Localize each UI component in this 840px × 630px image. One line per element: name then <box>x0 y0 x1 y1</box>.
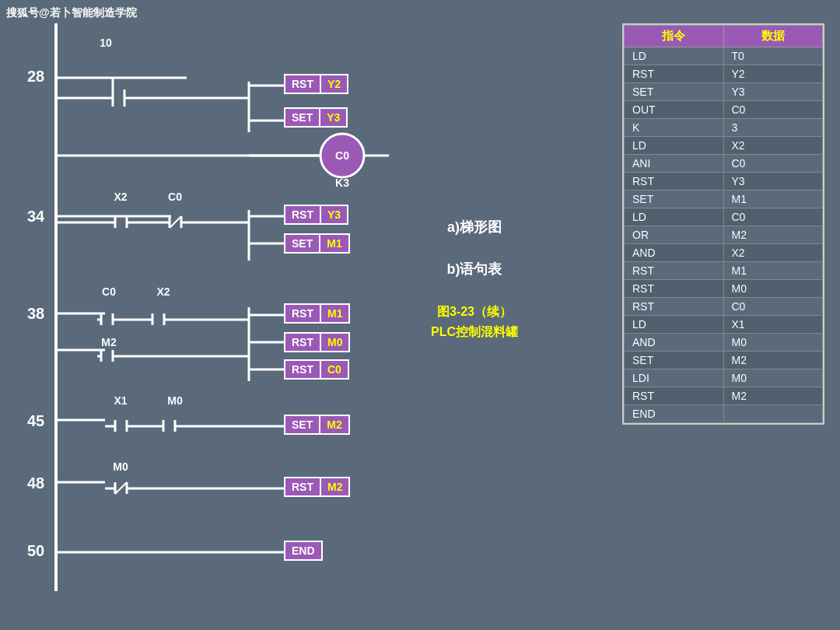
table-cell-instruction: RST <box>625 262 724 280</box>
instr-cmd: RST <box>285 75 320 93</box>
table-row: RSTY3 <box>625 173 823 191</box>
instr-cmd: END <box>285 542 321 559</box>
table-row: OUTC0 <box>625 101 823 119</box>
watermark: 搜狐号@若卜智能制造学院 <box>6 6 137 20</box>
table-row: SETM2 <box>625 352 823 369</box>
table-cell-instruction: K <box>625 119 724 137</box>
table-cell-instruction: RST <box>625 387 724 405</box>
table-cell-instruction: LDI <box>625 369 724 387</box>
svg-text:45: 45 <box>27 412 44 429</box>
table-cell-data: M0 <box>723 280 823 298</box>
table-row: LDX2 <box>625 137 823 155</box>
table-cell-data: C0 <box>723 208 823 226</box>
instr-data: C0 <box>320 361 348 378</box>
instr-cmd: RST <box>285 361 320 378</box>
instr-data: M2 <box>320 478 348 495</box>
table-row: SETM1 <box>625 191 823 208</box>
instr-rst-m2: RST M2 <box>284 477 350 497</box>
table-row: RSTM2 <box>625 387 823 405</box>
table-row: RSTC0 <box>625 298 823 316</box>
table-cell-instruction: AND <box>625 334 724 352</box>
svg-text:38: 38 <box>27 305 44 322</box>
instr-cmd: RST <box>285 305 320 322</box>
svg-text:48: 48 <box>27 474 44 492</box>
instr-rst-y3: RST Y3 <box>284 205 348 225</box>
table-cell-instruction: LD <box>625 47 724 65</box>
caption: 图3-23（续） PLC控制混料罐 <box>389 302 560 341</box>
instr-data: M1 <box>319 235 348 252</box>
table-cell-instruction: OR <box>625 226 724 244</box>
table-cell-data <box>723 405 823 423</box>
table-cell-data: X1 <box>723 316 823 334</box>
table-cell-data: Y2 <box>723 65 823 83</box>
table-cell-instruction: RST <box>625 280 724 298</box>
table-cell-instruction: SET <box>625 83 724 101</box>
instr-rst-m1: RST M1 <box>284 303 350 324</box>
svg-text:M0: M0 <box>113 460 128 473</box>
svg-text:X2: X2 <box>156 285 170 298</box>
table-header-instruction: 指令 <box>625 26 724 47</box>
instr-set-m2: SET M2 <box>284 415 350 435</box>
instr-data: Y3 <box>320 206 347 223</box>
instr-set-y3-row28: SET Y3 <box>284 107 348 128</box>
instr-end: END <box>284 541 323 561</box>
instr-cmd: SET <box>285 235 319 252</box>
table-row: RSTY2 <box>625 65 823 83</box>
table-row: ANDX2 <box>625 244 823 262</box>
table-cell-instruction: RST <box>625 298 724 316</box>
table-cell-instruction: ANI <box>625 155 724 173</box>
svg-text:28: 28 <box>27 68 44 85</box>
table-cell-data: M2 <box>723 352 823 369</box>
table-row: LDT0 <box>625 47 823 65</box>
instr-rst-y2: RST Y2 <box>284 74 348 94</box>
instruction-table: 指令 数据 LDT0RSTY2SETY3OUTC0K3LDX2ANIC0RSTY… <box>622 23 824 425</box>
svg-text:10: 10 <box>100 37 112 49</box>
instr-set-m1: SET M1 <box>284 233 350 254</box>
table-cell-data: X2 <box>723 244 823 262</box>
table-row: END <box>625 405 823 423</box>
instr-cmd: RST <box>285 334 320 351</box>
table-cell-data: 3 <box>723 119 823 137</box>
table-cell-data: M2 <box>723 387 823 405</box>
table-row: K3 <box>625 119 823 137</box>
table-row: LDC0 <box>625 208 823 226</box>
table-cell-instruction: LD <box>625 208 724 226</box>
table-cell-data: C0 <box>723 298 823 316</box>
label-b: b)语句表 <box>389 260 560 278</box>
svg-text:C0: C0 <box>168 191 182 203</box>
table-cell-data: M2 <box>723 226 823 244</box>
table-cell-data: M0 <box>723 334 823 352</box>
table-cell-instruction: RST <box>625 65 724 83</box>
table-row: ANDM0 <box>625 334 823 352</box>
table-cell-data: M1 <box>723 191 823 208</box>
svg-text:X1: X1 <box>114 394 127 407</box>
table-cell-data: M1 <box>723 262 823 280</box>
instr-data: Y2 <box>320 75 347 93</box>
svg-text:C0: C0 <box>335 149 349 162</box>
table-row: RSTM1 <box>625 262 823 280</box>
table-cell-instruction: LD <box>625 316 724 334</box>
svg-text:K3: K3 <box>335 177 349 189</box>
table-row: SETY3 <box>625 83 823 101</box>
table-row: LDX1 <box>625 316 823 334</box>
table-cell-instruction: LD <box>625 137 724 155</box>
instr-rst-m0: RST M0 <box>284 332 350 352</box>
instr-cmd: RST <box>285 206 320 223</box>
instr-cmd: SET <box>285 416 319 433</box>
table-cell-instruction: OUT <box>625 101 724 119</box>
center-text-area: a)梯形图 b)语句表 图3-23（续） PLC控制混料罐 <box>389 218 560 341</box>
svg-line-35 <box>170 216 181 228</box>
table-cell-data: T0 <box>723 47 823 65</box>
svg-text:M0: M0 <box>167 394 183 407</box>
table-row: ANIC0 <box>625 155 823 173</box>
svg-text:M2: M2 <box>101 336 117 348</box>
svg-text:C0: C0 <box>102 285 116 298</box>
label-a: a)梯形图 <box>389 218 560 236</box>
table-row: RSTM0 <box>625 280 823 298</box>
table-cell-data: C0 <box>723 155 823 173</box>
instr-cmd: SET <box>285 109 319 126</box>
table-row: ORM2 <box>625 226 823 244</box>
instr-data: M1 <box>320 305 348 322</box>
svg-line-87 <box>115 482 127 494</box>
instr-cmd: RST <box>285 478 320 495</box>
